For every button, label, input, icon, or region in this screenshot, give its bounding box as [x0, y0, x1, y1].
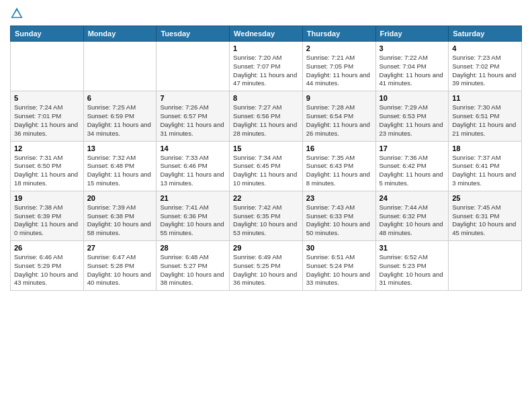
day-info: Sunrise: 7:33 AM Sunset: 6:46 PM Dayligh… — [160, 154, 226, 188]
day-number: 13 — [87, 144, 153, 152]
header-wednesday: Wednesday — [230, 26, 303, 42]
day-cell: 28Sunrise: 6:48 AM Sunset: 5:27 PM Dayli… — [157, 241, 230, 291]
day-number: 14 — [160, 144, 226, 152]
day-number: 24 — [380, 194, 445, 202]
day-cell: 26Sunrise: 6:46 AM Sunset: 5:29 PM Dayli… — [11, 241, 84, 291]
day-info: Sunrise: 7:24 AM Sunset: 7:01 PM Dayligh… — [14, 103, 80, 138]
day-info: Sunrise: 7:31 AM Sunset: 6:50 PM Dayligh… — [14, 154, 80, 188]
day-cell: 20Sunrise: 7:39 AM Sunset: 6:38 PM Dayli… — [83, 191, 157, 240]
day-cell: 31Sunrise: 6:52 AM Sunset: 5:23 PM Dayli… — [375, 241, 449, 291]
day-cell: 23Sunrise: 7:43 AM Sunset: 6:33 PM Dayli… — [302, 191, 375, 240]
day-number: 8 — [233, 94, 299, 102]
day-info: Sunrise: 7:38 AM Sunset: 6:39 PM Dayligh… — [14, 203, 80, 238]
header-tuesday: Tuesday — [157, 26, 230, 42]
day-info: Sunrise: 7:41 AM Sunset: 6:36 PM Dayligh… — [160, 203, 226, 238]
day-info: Sunrise: 7:37 AM Sunset: 6:41 PM Dayligh… — [452, 154, 518, 188]
day-cell: 15Sunrise: 7:34 AM Sunset: 6:45 PM Dayli… — [230, 141, 303, 191]
day-info: Sunrise: 7:44 AM Sunset: 6:32 PM Dayligh… — [380, 203, 445, 238]
header-sunday: Sunday — [11, 26, 84, 42]
day-cell: 24Sunrise: 7:44 AM Sunset: 6:32 PM Dayli… — [375, 191, 449, 240]
day-cell: 30Sunrise: 6:51 AM Sunset: 5:24 PM Dayli… — [302, 241, 375, 291]
day-info: Sunrise: 7:39 AM Sunset: 6:38 PM Dayligh… — [87, 203, 153, 238]
day-info: Sunrise: 6:46 AM Sunset: 5:29 PM Dayligh… — [14, 253, 80, 287]
week-row-1: 5Sunrise: 7:24 AM Sunset: 7:01 PM Daylig… — [11, 91, 522, 141]
day-info: Sunrise: 7:21 AM Sunset: 7:05 PM Dayligh… — [306, 54, 372, 88]
day-cell: 19Sunrise: 7:38 AM Sunset: 6:39 PM Dayli… — [11, 191, 84, 240]
day-cell: 9Sunrise: 7:28 AM Sunset: 6:54 PM Daylig… — [302, 91, 375, 141]
header-monday: Monday — [83, 26, 157, 42]
header-saturday: Saturday — [449, 26, 522, 42]
day-number: 1 — [233, 44, 299, 52]
logo — [10, 7, 26, 20]
day-cell: 21Sunrise: 7:41 AM Sunset: 6:36 PM Dayli… — [157, 191, 230, 240]
day-info: Sunrise: 7:30 AM Sunset: 6:51 PM Dayligh… — [452, 103, 518, 138]
day-number: 21 — [160, 194, 226, 202]
day-number: 30 — [306, 244, 372, 252]
day-cell: 3Sunrise: 7:22 AM Sunset: 7:04 PM Daylig… — [375, 42, 449, 91]
day-info: Sunrise: 7:22 AM Sunset: 7:04 PM Dayligh… — [380, 54, 445, 88]
day-number: 26 — [14, 244, 80, 252]
day-cell: 25Sunrise: 7:45 AM Sunset: 6:31 PM Dayli… — [449, 191, 522, 240]
day-info: Sunrise: 7:23 AM Sunset: 7:02 PM Dayligh… — [452, 54, 518, 88]
day-cell: 4Sunrise: 7:23 AM Sunset: 7:02 PM Daylig… — [449, 42, 522, 91]
day-cell: 18Sunrise: 7:37 AM Sunset: 6:41 PM Dayli… — [449, 141, 522, 191]
header-friday: Friday — [375, 26, 449, 42]
day-number: 12 — [14, 144, 80, 152]
header — [10, 7, 522, 20]
day-number: 16 — [306, 144, 372, 152]
day-cell: 12Sunrise: 7:31 AM Sunset: 6:50 PM Dayli… — [11, 141, 84, 191]
day-number: 27 — [87, 244, 153, 252]
day-cell: 1Sunrise: 7:20 AM Sunset: 7:07 PM Daylig… — [230, 42, 303, 91]
day-cell — [11, 42, 84, 91]
day-cell — [157, 42, 230, 91]
day-info: Sunrise: 7:20 AM Sunset: 7:07 PM Dayligh… — [233, 54, 299, 88]
day-info: Sunrise: 7:43 AM Sunset: 6:33 PM Dayligh… — [306, 203, 372, 238]
day-cell — [83, 42, 157, 91]
day-cell: 29Sunrise: 6:49 AM Sunset: 5:25 PM Dayli… — [230, 241, 303, 291]
day-info: Sunrise: 7:36 AM Sunset: 6:42 PM Dayligh… — [380, 154, 445, 188]
day-info: Sunrise: 7:27 AM Sunset: 6:56 PM Dayligh… — [233, 103, 299, 138]
day-cell: 11Sunrise: 7:30 AM Sunset: 6:51 PM Dayli… — [449, 91, 522, 141]
day-cell: 17Sunrise: 7:36 AM Sunset: 6:42 PM Dayli… — [375, 141, 449, 191]
day-info: Sunrise: 6:47 AM Sunset: 5:28 PM Dayligh… — [87, 253, 153, 287]
week-row-4: 26Sunrise: 6:46 AM Sunset: 5:29 PM Dayli… — [11, 241, 522, 291]
day-cell: 2Sunrise: 7:21 AM Sunset: 7:05 PM Daylig… — [302, 42, 375, 91]
day-number: 2 — [306, 44, 372, 52]
day-number: 18 — [452, 144, 518, 152]
day-cell: 6Sunrise: 7:25 AM Sunset: 6:59 PM Daylig… — [83, 91, 157, 141]
week-row-0: 1Sunrise: 7:20 AM Sunset: 7:07 PM Daylig… — [11, 42, 522, 91]
day-cell: 5Sunrise: 7:24 AM Sunset: 7:01 PM Daylig… — [11, 91, 84, 141]
day-info: Sunrise: 6:48 AM Sunset: 5:27 PM Dayligh… — [160, 253, 226, 287]
day-info: Sunrise: 7:29 AM Sunset: 6:53 PM Dayligh… — [380, 103, 445, 138]
day-number: 31 — [380, 244, 445, 252]
day-info: Sunrise: 7:26 AM Sunset: 6:57 PM Dayligh… — [160, 103, 226, 138]
day-cell: 22Sunrise: 7:42 AM Sunset: 6:35 PM Dayli… — [230, 191, 303, 240]
day-info: Sunrise: 6:49 AM Sunset: 5:25 PM Dayligh… — [233, 253, 299, 287]
weekday-header-row: Sunday Monday Tuesday Wednesday Thursday… — [11, 26, 522, 42]
day-info: Sunrise: 7:42 AM Sunset: 6:35 PM Dayligh… — [233, 203, 299, 238]
day-cell: 27Sunrise: 6:47 AM Sunset: 5:28 PM Dayli… — [83, 241, 157, 291]
day-number: 20 — [87, 194, 153, 202]
day-number: 4 — [452, 44, 518, 52]
day-number: 22 — [233, 194, 299, 202]
day-info: Sunrise: 7:25 AM Sunset: 6:59 PM Dayligh… — [87, 103, 153, 138]
day-number: 19 — [14, 194, 80, 202]
day-number: 3 — [380, 44, 445, 52]
day-number: 29 — [233, 244, 299, 252]
day-info: Sunrise: 7:35 AM Sunset: 6:43 PM Dayligh… — [306, 154, 372, 188]
day-number: 5 — [14, 94, 80, 102]
day-cell: 8Sunrise: 7:27 AM Sunset: 6:56 PM Daylig… — [230, 91, 303, 141]
day-number: 23 — [306, 194, 372, 202]
day-info: Sunrise: 6:51 AM Sunset: 5:24 PM Dayligh… — [306, 253, 372, 287]
day-number: 7 — [160, 94, 226, 102]
week-row-2: 12Sunrise: 7:31 AM Sunset: 6:50 PM Dayli… — [11, 141, 522, 191]
day-number: 9 — [306, 94, 372, 102]
day-cell: 16Sunrise: 7:35 AM Sunset: 6:43 PM Dayli… — [302, 141, 375, 191]
logo-icon — [10, 7, 24, 20]
day-number: 6 — [87, 94, 153, 102]
day-cell — [449, 241, 522, 291]
day-cell: 7Sunrise: 7:26 AM Sunset: 6:57 PM Daylig… — [157, 91, 230, 141]
header-thursday: Thursday — [302, 26, 375, 42]
day-cell: 10Sunrise: 7:29 AM Sunset: 6:53 PM Dayli… — [375, 91, 449, 141]
day-info: Sunrise: 7:32 AM Sunset: 6:48 PM Dayligh… — [87, 154, 153, 188]
